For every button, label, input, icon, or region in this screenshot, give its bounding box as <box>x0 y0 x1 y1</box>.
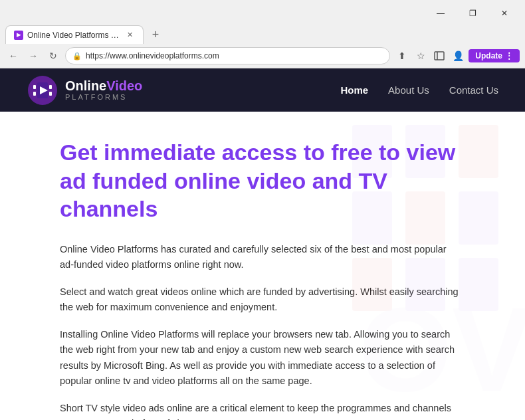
url-bar[interactable]: 🔒 https://www.onlinevideoplatforms.com <box>65 47 390 64</box>
toolbar-actions: ⬆ ☆ 👤 Update ⋮ <box>394 48 520 64</box>
window-controls: — ❐ ✕ <box>425 4 520 23</box>
site-header: OnlineVideo PLATFORMS Home About Us Cont… <box>0 68 525 112</box>
active-tab[interactable]: ▶ Online Video Platforms | Get imm ✕ <box>5 25 144 44</box>
svg-rect-17 <box>459 258 498 311</box>
nav-about[interactable]: About Us <box>388 84 429 96</box>
logo-online: Online <box>65 78 106 93</box>
lock-icon: 🔒 <box>72 52 82 60</box>
minimize-button[interactable]: — <box>425 4 456 23</box>
site-nav: Home About Us Contact Us <box>340 84 498 96</box>
site-logo: OnlineVideo PLATFORMS <box>27 74 142 106</box>
refresh-button[interactable]: ↻ <box>45 48 61 64</box>
content-area: OV Get immediate access to free to view … <box>0 112 525 420</box>
tab-title: Online Video Platforms | Get imm <box>27 31 120 40</box>
svg-rect-0 <box>435 52 444 60</box>
logo-video: Video <box>106 78 142 93</box>
close-button[interactable]: ✕ <box>489 4 520 23</box>
body-paragraph-4: Short TV style video ads online are a cr… <box>60 401 459 420</box>
share-icon[interactable]: ⬆ <box>394 48 410 64</box>
logo-icon <box>27 74 58 106</box>
profile-icon[interactable]: 👤 <box>450 48 466 64</box>
tab-bar: ▶ Online Video Platforms | Get imm ✕ + <box>0 23 525 44</box>
tab-favicon: ▶ <box>14 31 23 40</box>
svg-rect-4 <box>33 92 36 96</box>
svg-rect-6 <box>49 92 52 96</box>
address-bar: ← → ↻ 🔒 https://www.onlinevideoplatforms… <box>0 44 525 68</box>
logo-text: OnlineVideo PLATFORMS <box>65 78 142 101</box>
nav-contact[interactable]: Contact Us <box>449 84 498 96</box>
website-content: OnlineVideo PLATFORMS Home About Us Cont… <box>0 68 525 420</box>
title-bar: — ❐ ✕ <box>0 0 525 23</box>
forward-button[interactable]: → <box>25 48 41 64</box>
logo-platforms: PLATFORMS <box>65 93 142 101</box>
update-button[interactable]: Update ⋮ <box>469 49 520 62</box>
restore-button[interactable]: ❐ <box>457 4 488 23</box>
body-paragraph-1: Online Video Platforms has curated and c… <box>60 242 459 272</box>
hero-title: Get immediate access to free to view ad … <box>60 138 472 223</box>
body-paragraph-3: Installing Online Video Platforms will r… <box>60 327 459 389</box>
bookmark-icon[interactable]: ☆ <box>413 48 429 64</box>
new-tab-button[interactable]: + <box>146 25 165 44</box>
tab-close-button[interactable]: ✕ <box>124 30 135 41</box>
sidebar-icon[interactable] <box>431 48 447 64</box>
nav-home[interactable]: Home <box>340 84 368 96</box>
svg-rect-5 <box>49 85 52 89</box>
update-menu-icon: ⋮ <box>505 51 513 60</box>
browser-chrome: — ❐ ✕ ▶ Online Video Platforms | Get imm… <box>0 0 525 68</box>
url-text: https://www.onlinevideoplatforms.com <box>86 51 383 60</box>
back-button[interactable]: ← <box>5 48 21 64</box>
body-paragraph-2: Select and watch great videos online whi… <box>60 284 459 315</box>
svg-rect-3 <box>33 85 36 89</box>
